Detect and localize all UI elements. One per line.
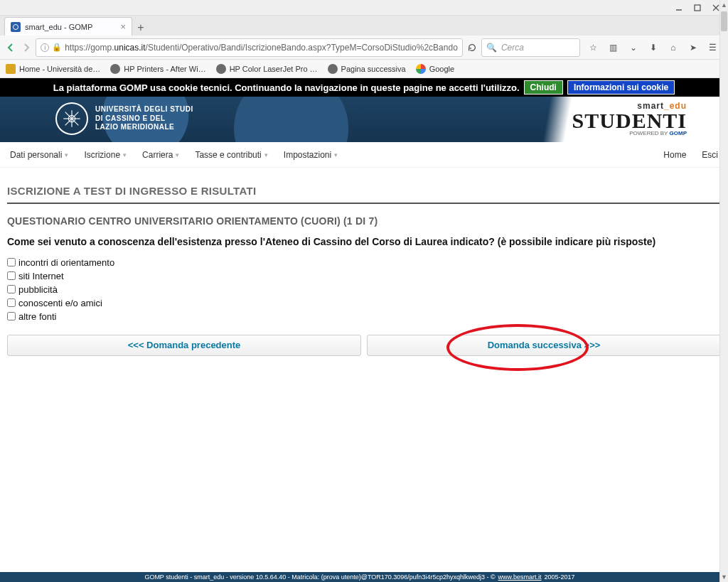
option-checkbox[interactable] — [7, 258, 16, 266]
option-checkbox[interactable] — [7, 285, 16, 293]
brand-logo: smart_edu STUDENTI POWERED BY GOMP — [572, 101, 687, 136]
bookmark-item[interactable]: Google — [416, 64, 454, 74]
globe-icon — [328, 64, 338, 74]
option-item[interactable]: conoscenti e/o amici — [7, 298, 721, 308]
cookie-close-button[interactable]: Chiudi — [524, 80, 563, 95]
browser-nav-bar: i 🔒 https://gomp.unicas.it/Studenti/Oper… — [0, 36, 728, 60]
window-minimize-button[interactable] — [670, 1, 688, 14]
bookmark-star-icon[interactable]: ☆ — [587, 41, 600, 54]
cookie-banner: La piattaforma GOMP usa cookie tecnici. … — [0, 78, 728, 97]
window-maximize-button[interactable] — [688, 1, 707, 14]
scroll-thumb[interactable] — [721, 11, 727, 31]
previous-question-button[interactable]: <<< Domanda precedente — [7, 335, 361, 356]
university-seal-icon — [55, 102, 88, 135]
chevron-down-icon: ▾ — [176, 151, 179, 158]
cookie-info-button[interactable]: Informazioni sui cookie — [567, 80, 675, 95]
bookmark-item[interactable]: HP Color LaserJet Pro … — [216, 64, 318, 74]
globe-icon — [110, 64, 120, 74]
scroll-up-arrow-icon[interactable]: ▲ — [720, 0, 728, 10]
university-logo: UNIVERSITÀ DEGLI STUDI DI CASSINO E DEL … — [55, 102, 193, 135]
svg-rect-1 — [695, 5, 700, 11]
question-text: Come sei venuto a conoscenza dell'esiste… — [7, 235, 721, 249]
google-icon — [416, 64, 426, 74]
back-button[interactable] — [4, 39, 17, 56]
search-icon: 🔍 — [486, 43, 497, 53]
url-text: https://gomp.unicas.it/Studenti/Operativ… — [65, 43, 458, 53]
downloads-icon[interactable]: ⬇ — [647, 41, 660, 54]
search-placeholder: Cerca — [501, 43, 524, 53]
option-checkbox[interactable] — [7, 298, 16, 307]
main-content: ISCRIZIONE A TEST DI INGRESSO E RISULTAT… — [0, 168, 728, 356]
sidebar-icon[interactable]: ▥ — [607, 41, 620, 54]
option-item[interactable]: incontri di orientamento — [7, 257, 721, 268]
bookmark-favicon-icon — [6, 64, 16, 74]
section-title: ISCRIZIONE A TEST DI INGRESSO E RISULTAT… — [7, 178, 721, 204]
globe-icon — [216, 64, 226, 74]
option-checkbox[interactable] — [7, 271, 16, 280]
tab-close-icon[interactable]: × — [120, 22, 126, 31]
option-checkbox[interactable] — [7, 312, 16, 320]
nav-dati-personali[interactable]: Dati personali▾ — [10, 150, 68, 160]
home-icon[interactable]: ⌂ — [667, 41, 680, 54]
option-item[interactable]: siti Internet — [7, 271, 721, 281]
option-item[interactable]: pubblicità — [7, 284, 721, 295]
chevron-down-icon: ▾ — [334, 151, 338, 158]
forward-button[interactable] — [20, 39, 33, 56]
scroll-down-arrow-icon[interactable]: ▼ — [720, 572, 728, 582]
send-icon[interactable]: ➤ — [687, 41, 700, 54]
questionnaire-title: QUESTIONARIO CENTRO UNIVERSITARIO ORIENT… — [7, 215, 721, 227]
search-box[interactable]: 🔍 Cerca — [481, 38, 580, 57]
browser-tab[interactable]: smart_edu - GOMP × — [4, 17, 132, 36]
reload-button[interactable] — [466, 39, 478, 56]
bookmark-item[interactable]: Pagina successiva — [328, 64, 406, 74]
bookmark-item[interactable]: Home - Università de… — [6, 64, 100, 74]
bookmark-item[interactable]: HP Printers - After Wi… — [110, 64, 205, 74]
window-title-bar — [0, 0, 728, 16]
browser-tab-strip: smart_edu - GOMP × + — [0, 16, 728, 36]
info-icon[interactable]: i — [41, 43, 49, 52]
options-list: incontri di orientamento siti Internet p… — [7, 257, 721, 322]
toolbar-right-icons: ☆ ▥ ⌄ ⬇ ⌂ ➤ ☰ — [583, 41, 724, 54]
cookie-text: La piattaforma GOMP usa cookie tecnici. … — [53, 82, 520, 93]
footer-bar: GOMP studenti - smart_edu - versione 10.… — [0, 572, 719, 582]
lock-icon: 🔒 — [52, 43, 62, 52]
option-item[interactable]: altre fonti — [7, 311, 721, 322]
site-header: UNIVERSITÀ DEGLI STUDI DI CASSINO E DEL … — [0, 97, 728, 142]
new-tab-button[interactable]: + — [132, 20, 149, 36]
chevron-down-icon: ▾ — [123, 151, 127, 158]
tab-favicon-icon — [11, 22, 21, 32]
nav-buttons-row: <<< Domanda precedente Domanda successiv… — [7, 335, 721, 356]
nav-iscrizione[interactable]: Iscrizione▾ — [84, 150, 127, 160]
chevron-down-icon: ▾ — [264, 151, 268, 158]
nav-tasse[interactable]: Tasse e contributi▾ — [195, 150, 267, 160]
top-nav: Dati personali▾ Iscrizione▾ Carriera▾ Ta… — [0, 142, 728, 168]
next-question-button[interactable]: Domanda successiva >>> — [367, 335, 721, 356]
menu-icon[interactable]: ☰ — [707, 41, 719, 54]
pocket-icon[interactable]: ⌄ — [627, 41, 640, 54]
nav-impostazioni[interactable]: Impostazioni▾ — [284, 150, 338, 160]
url-bar[interactable]: i 🔒 https://gomp.unicas.it/Studenti/Oper… — [36, 38, 463, 57]
nav-carriera[interactable]: Carriera▾ — [142, 150, 179, 160]
footer-link[interactable]: www.besmart.it — [498, 573, 542, 581]
nav-esci[interactable]: Esci — [702, 150, 718, 160]
nav-home[interactable]: Home — [663, 150, 686, 160]
vertical-scrollbar[interactable]: ▲ ▼ — [719, 0, 728, 582]
tab-title: smart_edu - GOMP — [25, 23, 92, 31]
chevron-down-icon: ▾ — [65, 151, 68, 158]
bookmarks-bar: Home - Università de… HP Printers - Afte… — [0, 60, 728, 78]
